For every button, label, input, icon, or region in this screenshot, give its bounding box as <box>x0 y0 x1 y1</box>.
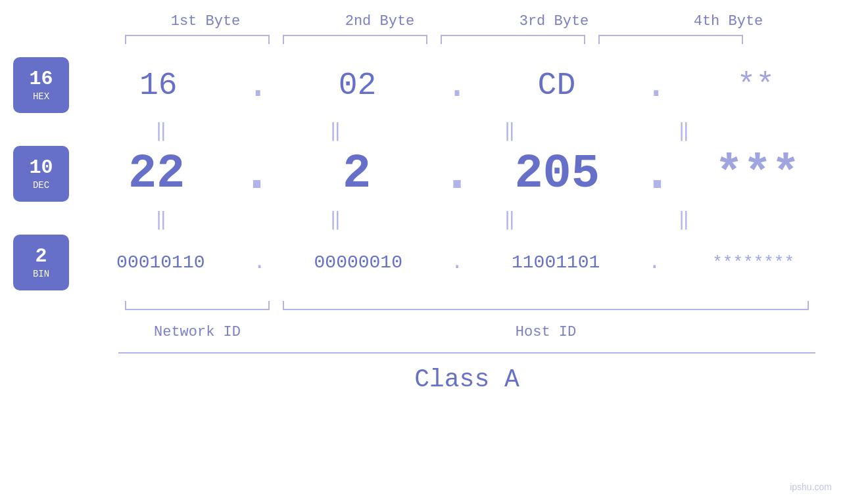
dec-row: 10 DEC 22 . 2 . 205 . *** <box>0 146 845 202</box>
hex-val2: 02 <box>339 68 377 103</box>
bin-badge-number: 2 <box>35 246 47 266</box>
eq2-4: ‖ <box>612 208 756 231</box>
dec-val2: 2 <box>343 147 371 201</box>
bottom-label-area: Network ID Host ID <box>118 301 815 340</box>
hex-sep2: . <box>445 66 469 105</box>
host-bracket <box>283 301 809 310</box>
eq1-2: ‖ <box>263 120 408 142</box>
bin-sep3: . <box>648 252 661 273</box>
bin-val4-cell: ******** <box>688 253 819 273</box>
hex-sep1: . <box>246 66 270 105</box>
dec-val1-cell: 22 <box>91 147 222 201</box>
main-container: 1st Byte 2nd Byte 3rd Byte 4th Byte 16 H… <box>0 0 845 504</box>
eq1-3: ‖ <box>437 120 582 142</box>
dec-sep2: . <box>441 148 473 200</box>
eq2-3: ‖ <box>437 208 582 231</box>
dec-badge: 10 DEC <box>13 146 69 202</box>
hex-val3-cell: CD <box>491 68 622 103</box>
hex-val3: CD <box>538 68 576 103</box>
bin-val1: 00010110 <box>116 252 205 273</box>
bin-sep2: . <box>450 252 463 273</box>
eq1-1: ‖ <box>89 120 233 142</box>
bin-val4: ******** <box>712 253 794 273</box>
bin-sep1: . <box>253 252 266 273</box>
hex-badge: 16 HEX <box>13 57 69 113</box>
equals-row-2: ‖ ‖ ‖ ‖ <box>74 208 771 231</box>
dec-sep1: . <box>241 148 272 200</box>
bin-badge-label: BIN <box>33 269 49 279</box>
bin-val3-cell: 11001101 <box>490 252 621 273</box>
hex-val4-cell: ** <box>690 68 821 103</box>
dec-badge-label: DEC <box>33 180 49 191</box>
dec-val4-cell: *** <box>692 147 823 201</box>
host-id-label: Host ID <box>283 324 809 340</box>
top-bracket-row <box>118 35 815 44</box>
dec-val1: 22 <box>128 147 185 201</box>
bin-val3: 11001101 <box>512 252 600 273</box>
network-bracket <box>125 301 270 310</box>
bin-val1-cell: 00010110 <box>95 252 226 273</box>
hex-values: 16 . 02 . CD . ** <box>82 66 832 105</box>
byte1-header: 1st Byte <box>133 13 278 30</box>
hex-badge-label: HEX <box>33 91 49 102</box>
dec-val3-cell: 205 <box>491 147 623 201</box>
eq2-1: ‖ <box>89 208 233 231</box>
dec-val4: *** <box>715 147 800 201</box>
byte4-header: 4th Byte <box>656 13 801 30</box>
bin-val2-cell: 00000010 <box>293 252 424 273</box>
byte2-header: 2nd Byte <box>308 13 452 30</box>
bracket-4 <box>598 35 743 44</box>
hex-row: 16 HEX 16 . 02 . CD . ** <box>0 57 845 113</box>
byte3-header: 3rd Byte <box>482 13 627 30</box>
dec-val3: 205 <box>514 147 600 201</box>
dec-sep3: . <box>641 148 673 200</box>
hex-val1-cell: 16 <box>93 68 224 103</box>
byte-headers: 1st Byte 2nd Byte 3rd Byte 4th Byte <box>118 13 815 30</box>
bin-val2: 00000010 <box>314 252 402 273</box>
bracket-1 <box>125 35 270 44</box>
dec-badge-number: 10 <box>29 158 53 177</box>
eq1-4: ‖ <box>612 120 756 142</box>
bin-badge: 2 BIN <box>13 235 69 290</box>
hex-sep3: . <box>644 66 668 105</box>
watermark: ipshu.com <box>790 482 832 492</box>
class-area: Class A <box>118 352 815 394</box>
eq2-2: ‖ <box>263 208 408 231</box>
hex-val1: 16 <box>139 68 178 103</box>
hex-val2-cell: 02 <box>292 68 423 103</box>
dec-values: 22 . 2 . 205 . *** <box>82 147 832 201</box>
hex-badge-number: 16 <box>29 69 53 89</box>
class-bracket-line <box>118 352 815 354</box>
equals-row-1: ‖ ‖ ‖ ‖ <box>74 120 771 142</box>
bin-values: 00010110 . 00000010 . 11001101 . *******… <box>82 252 832 273</box>
dec-val2-cell: 2 <box>291 147 423 201</box>
hex-val4: ** <box>736 68 775 103</box>
bin-row: 2 BIN 00010110 . 00000010 . 11001101 . *… <box>0 235 845 290</box>
network-id-label: Network ID <box>125 324 270 340</box>
class-label: Class A <box>118 365 815 394</box>
bracket-2 <box>283 35 427 44</box>
bracket-3 <box>441 35 585 44</box>
